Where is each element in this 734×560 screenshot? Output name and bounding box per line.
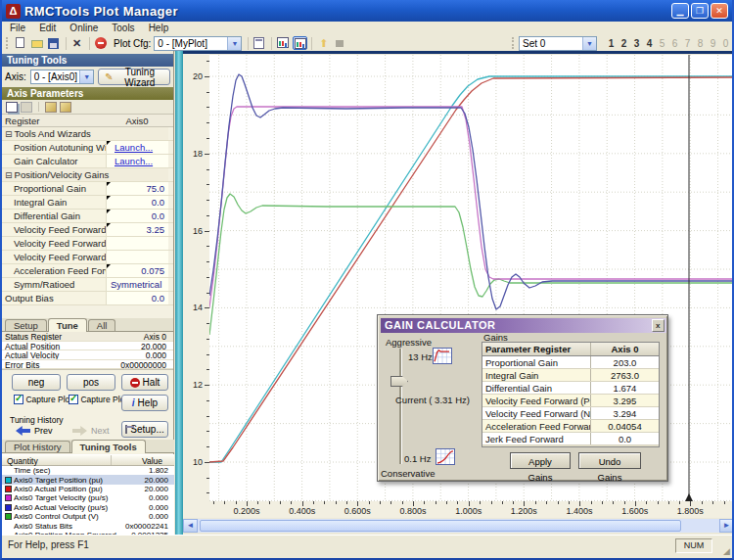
param-group-row[interactable]: ⊟Position/Velocity Gains bbox=[2, 168, 173, 182]
set-number-4[interactable]: 4 bbox=[643, 38, 656, 49]
collapse-icon[interactable]: ⊟ bbox=[5, 129, 13, 139]
neg-button[interactable]: neg bbox=[12, 374, 61, 391]
param-group-row[interactable]: ⊟Tools And Wizards bbox=[2, 127, 173, 141]
param-value-field[interactable]: 0.0 bbox=[106, 196, 168, 209]
checkbox-checked-icon[interactable] bbox=[69, 395, 78, 404]
quantity-row[interactable]: Axis0 Actual Position (pu)20.000 bbox=[2, 485, 174, 493]
set-number-7[interactable]: 7 bbox=[681, 38, 694, 49]
axis-combo[interactable]: 0 - [Axis0] ▼ bbox=[30, 70, 95, 84]
set-number-1[interactable]: 1 bbox=[605, 38, 618, 49]
set-number-9[interactable]: 9 bbox=[707, 38, 719, 49]
set-combo[interactable]: Set 0 ▼ bbox=[519, 36, 597, 51]
frequency-slider-thumb[interactable] bbox=[390, 376, 408, 387]
tab-tuning-tools[interactable]: Tuning Tools bbox=[71, 440, 146, 453]
param-value-field[interactable]: 75.0 bbox=[106, 182, 168, 195]
new-plot-icon[interactable] bbox=[14, 36, 28, 50]
checkbox-checked-icon[interactable] bbox=[14, 395, 23, 404]
stop-capture-icon[interactable] bbox=[94, 36, 109, 50]
prev-button[interactable]: Prev bbox=[16, 426, 53, 436]
scroll-right-icon[interactable]: ► bbox=[719, 519, 734, 533]
copy-parameters-icon[interactable] bbox=[6, 102, 18, 113]
param-value-field[interactable]: 0.0 bbox=[106, 292, 168, 304]
next-button[interactable]: Next bbox=[72, 426, 110, 436]
setup-button[interactable]: Setup... bbox=[121, 421, 168, 438]
y-axis-tick-label: 16 bbox=[185, 226, 203, 236]
tab-tune[interactable]: Tune bbox=[48, 318, 87, 332]
close-button[interactable]: ✕ bbox=[711, 3, 728, 19]
tab-plot-history[interactable]: Plot History bbox=[5, 441, 70, 452]
chevron-down-icon[interactable]: ▼ bbox=[227, 37, 241, 50]
maximize-button[interactable]: ❐ bbox=[691, 3, 709, 19]
help-button[interactable]: i Help bbox=[121, 395, 168, 411]
apply-gains-button[interactable]: Apply Gains bbox=[510, 452, 571, 469]
capture-plots-icon[interactable] bbox=[276, 36, 291, 50]
param-value-field[interactable] bbox=[106, 237, 168, 250]
pos-button[interactable]: pos bbox=[67, 374, 115, 391]
capture-plot-checkbox-pos[interactable]: Capture Plot bbox=[69, 395, 127, 404]
plot-cursor-marker bbox=[685, 493, 693, 501]
tuning-wizard-button[interactable]: ✎ Tuning Wizard bbox=[98, 69, 170, 85]
tab-all[interactable]: All bbox=[88, 319, 116, 331]
collapse-icon[interactable]: ⊟ bbox=[5, 170, 13, 180]
panel-splitter[interactable] bbox=[175, 51, 183, 535]
dialog-close-icon[interactable]: x bbox=[652, 319, 665, 332]
minimize-button[interactable]: ▁ bbox=[671, 3, 689, 19]
set-number-0[interactable]: 0 bbox=[719, 38, 732, 49]
plot-horizontal-scrollbar[interactable]: ◄ ► bbox=[183, 519, 734, 533]
undo-gains-button[interactable]: Undo Gains bbox=[578, 452, 641, 469]
tab-setup[interactable]: Setup bbox=[5, 319, 47, 331]
set-number-3[interactable]: 3 bbox=[630, 38, 643, 49]
chevron-down-icon[interactable]: ▼ bbox=[79, 70, 93, 83]
set-number-5[interactable]: 5 bbox=[656, 38, 668, 49]
set-number-6[interactable]: 6 bbox=[668, 38, 681, 49]
paste-parameters-icon[interactable] bbox=[21, 102, 32, 113]
open-icon[interactable] bbox=[30, 36, 45, 50]
read-parameters-icon[interactable] bbox=[60, 102, 71, 113]
menu-tools[interactable]: Tools bbox=[112, 23, 134, 34]
value-col-header[interactable]: Value bbox=[112, 455, 168, 465]
write-parameters-icon[interactable] bbox=[45, 102, 57, 113]
stop-upload-icon[interactable] bbox=[333, 36, 347, 50]
set-number-2[interactable]: 2 bbox=[618, 38, 630, 49]
quantity-row[interactable]: Axis0 Control Output (V)0.000 bbox=[2, 512, 174, 521]
plot-series bbox=[209, 107, 734, 307]
axis-parameters-header: Axis Parameters bbox=[2, 87, 173, 100]
upload-icon[interactable]: ⬆ bbox=[316, 36, 331, 50]
param-value-field[interactable]: Symmetrical bbox=[106, 278, 168, 291]
param-value-field[interactable]: 0.0 bbox=[106, 210, 168, 222]
halt-button[interactable]: Halt bbox=[121, 374, 168, 391]
quantity-value: 0.000 bbox=[117, 503, 172, 512]
plot-cfg-combo[interactable]: 0 - [MyPlot] ▼ bbox=[154, 36, 242, 51]
plot-properties-icon[interactable] bbox=[252, 36, 267, 50]
plot-manager-icon[interactable] bbox=[293, 36, 307, 50]
chevron-down-icon[interactable]: ▼ bbox=[582, 37, 596, 50]
gain-calculator-titlebar[interactable]: GAIN CALCULATOR x bbox=[381, 318, 666, 333]
param-value-field[interactable]: 3.25 bbox=[106, 223, 168, 236]
save-icon[interactable] bbox=[47, 36, 62, 50]
param-value-field[interactable]: 0.075 bbox=[106, 264, 168, 277]
quantity-label: Axis0 Target Velocity (pu/s) bbox=[14, 493, 117, 502]
scrollbar-thumb[interactable] bbox=[200, 520, 681, 532]
scroll-left-icon[interactable]: ◄ bbox=[183, 519, 198, 533]
menu-help[interactable]: Help bbox=[149, 23, 169, 34]
capture-plot-checkbox-neg[interactable]: Capture Plot bbox=[14, 395, 72, 404]
quantity-row[interactable]: Axis0 Actual Velocity (pu/s)0.000 bbox=[2, 503, 174, 512]
menu-edit[interactable]: Edit bbox=[39, 23, 56, 34]
tuning-tools-header: Tuning Tools bbox=[2, 54, 173, 67]
frequency-slider-track[interactable] bbox=[399, 349, 402, 464]
delete-icon[interactable]: ✕ bbox=[70, 36, 85, 50]
quantity-row[interactable]: Time (sec)1.802 bbox=[2, 466, 174, 475]
quantity-row[interactable]: Axis0 Target Velocity (pu/s)0.000 bbox=[2, 493, 174, 502]
launch-link[interactable]: Launch... bbox=[106, 155, 168, 167]
status-bar: For Help, press F1 NUM ◢ bbox=[2, 535, 732, 558]
menu-online[interactable]: Online bbox=[69, 23, 98, 34]
quantity-row[interactable]: Axis0 Target Position (pu)20.000 bbox=[2, 475, 174, 484]
quantity-col-header[interactable]: Quantity bbox=[2, 455, 112, 465]
set-number-8[interactable]: 8 bbox=[694, 38, 707, 49]
param-row: Acceleration Feed Forward 0.075 bbox=[2, 264, 173, 278]
menu-file[interactable]: File bbox=[10, 23, 25, 34]
param-value-field[interactable] bbox=[106, 251, 168, 263]
launch-link[interactable]: Launch... bbox=[106, 141, 168, 154]
quantity-row[interactable]: Axis0 Status Bits0x00002241 bbox=[2, 521, 174, 530]
resize-grip-icon[interactable]: ◢ bbox=[723, 546, 730, 556]
